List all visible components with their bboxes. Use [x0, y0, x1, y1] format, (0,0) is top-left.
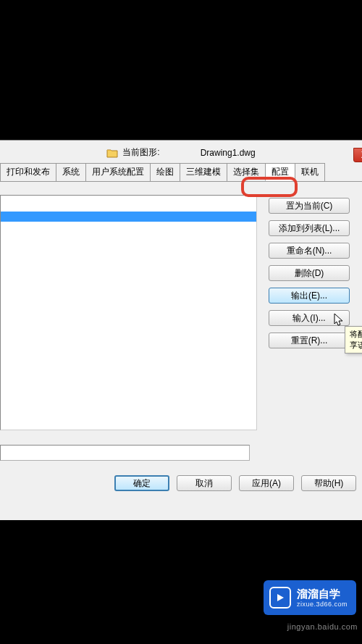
options-dialog: X 当前图形: Drawing1.dwg 打印和发布 系统 用户系统配置 绘图 …	[0, 140, 362, 520]
tab-3d-modeling[interactable]: 三维建模	[180, 163, 227, 181]
brand-badge: 溜溜自学 zixue.3d66.com	[264, 580, 356, 615]
rename-button[interactable]: 重命名(N)...	[269, 243, 350, 259]
current-drawing-label: 当前图形:	[122, 146, 159, 159]
dialog-bottom-buttons: 确定 取消 应用(A) 帮助(H)	[0, 461, 362, 500]
brand-sub: zixue.3d66.com	[297, 601, 348, 609]
tooltip-line2: 享该文	[350, 340, 362, 351]
tabs-row: 打印和发布 系统 用户系统配置 绘图 三维建模 选择集 配置 联机	[0, 163, 362, 182]
tab-selection[interactable]: 选择集	[227, 163, 266, 181]
brand-title: 溜溜自学	[297, 587, 348, 601]
delete-button[interactable]: 删除(D)	[269, 265, 350, 281]
export-button[interactable]: 输出(E)...	[269, 288, 350, 304]
tab-print-publish[interactable]: 打印和发布	[0, 163, 56, 181]
set-current-button[interactable]: 置为当前(C)	[269, 198, 350, 214]
listbox-selected-row[interactable]	[1, 212, 256, 222]
tab-user-preferences[interactable]: 用户系统配置	[85, 163, 151, 181]
folder-icon	[106, 148, 118, 158]
tab-drafting[interactable]: 绘图	[150, 163, 180, 181]
tooltip: 将配置 享该文	[345, 326, 362, 354]
import-button[interactable]: 输入(I)...	[269, 310, 350, 326]
tab-profiles[interactable]: 配置	[265, 163, 295, 181]
dialog-header: 当前图形: Drawing1.dwg	[0, 141, 362, 163]
side-buttons: 置为当前(C) 添加到列表(L)... 重命名(N)... 删除(D) 输出(E…	[269, 195, 350, 348]
close-button[interactable]: X	[353, 148, 362, 162]
reset-button[interactable]: 重置(R)...	[269, 333, 350, 348]
brand-text: 溜溜自学 zixue.3d66.com	[297, 587, 348, 609]
add-to-list-button[interactable]: 添加到列表(L)...	[269, 220, 350, 236]
tab-system[interactable]: 系统	[56, 163, 86, 181]
ok-button[interactable]: 确定	[114, 475, 169, 491]
description-field[interactable]	[0, 445, 250, 461]
cancel-button[interactable]: 取消	[177, 475, 232, 491]
play-icon	[269, 587, 291, 609]
watermark: jingyan.baidu.com	[287, 622, 358, 631]
content-area: 置为当前(C) 添加到列表(L)... 重命名(N)... 删除(D) 输出(E…	[0, 182, 362, 438]
apply-button[interactable]: 应用(A)	[239, 475, 294, 491]
current-drawing-name: Drawing1.dwg	[201, 148, 256, 158]
tab-online[interactable]: 联机	[295, 163, 325, 181]
profiles-listbox[interactable]	[0, 195, 257, 430]
tooltip-line1: 将配置	[350, 329, 362, 340]
help-button[interactable]: 帮助(H)	[301, 475, 356, 491]
